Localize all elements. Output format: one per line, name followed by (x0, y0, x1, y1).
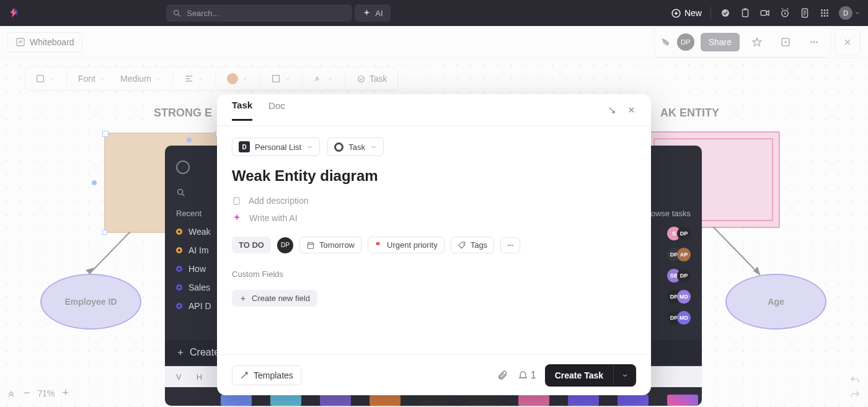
svg-point-15 (821, 15, 823, 17)
bell-icon (518, 370, 528, 380)
avatar-pair[interactable]: SBDP (671, 269, 691, 282)
create-task-modal: Task Doc D Personal List Task Weak Entit… (217, 94, 651, 395)
assignee-pill[interactable]: DP (277, 237, 293, 253)
recent-item[interactable]: API D (176, 301, 211, 311)
attachment-icon[interactable] (497, 370, 508, 380)
svg-point-13 (823, 12, 825, 14)
create-field-label: Create new field (252, 294, 310, 303)
priority-label: Urgent priority (387, 240, 438, 250)
svg-point-14 (826, 12, 828, 14)
priority-pill[interactable]: Urgent priority (368, 237, 445, 253)
footer-v[interactable]: V (176, 372, 182, 382)
minimize-icon[interactable] (607, 105, 617, 115)
ai-button[interactable]: AI (355, 4, 390, 22)
check-circle-icon[interactable] (720, 7, 731, 19)
wand-icon (240, 371, 249, 380)
chevron-down-icon (621, 372, 629, 379)
clipboard-icon[interactable] (740, 7, 751, 19)
flag-icon (374, 241, 383, 249)
svg-rect-4 (742, 9, 748, 17)
create-task-button[interactable]: Create Task (545, 364, 636, 387)
svg-point-16 (823, 15, 825, 17)
create-label: Create (190, 347, 219, 358)
divider (711, 7, 711, 19)
chevron-down-icon (854, 10, 861, 16)
tab-doc[interactable]: Doc (268, 100, 285, 120)
close-icon[interactable] (627, 105, 636, 115)
notif-count: 1 (531, 370, 536, 381)
add-description[interactable]: Add description (232, 196, 636, 206)
plus-circle-icon (671, 8, 681, 19)
video-icon[interactable] (760, 7, 771, 19)
templates-button[interactable]: Templates (232, 365, 301, 385)
date-pill[interactable]: Tomorrow (299, 237, 361, 253)
modal-tabs: Task Doc (217, 94, 651, 126)
thumbnail-row (165, 395, 702, 406)
type-chip[interactable]: Task (327, 138, 384, 156)
list-chip[interactable]: D Personal List (232, 138, 320, 156)
recent-item[interactable]: How (176, 264, 211, 274)
footer-h[interactable]: H (197, 372, 202, 382)
write-with-ai[interactable]: Write with AI (232, 213, 636, 223)
recent-label: Recent (176, 209, 202, 218)
svg-point-32 (178, 190, 183, 195)
svg-line-1 (179, 14, 180, 16)
apps-icon[interactable] (819, 7, 830, 19)
svg-rect-6 (761, 11, 766, 15)
task-properties: TO DO DP Tomorrow Urgent priority Tags (232, 237, 636, 253)
tag-icon (458, 241, 466, 250)
notifications-button[interactable]: 1 (518, 370, 536, 381)
status-pill[interactable]: TO DO (232, 237, 271, 253)
more-properties[interactable] (500, 237, 520, 253)
new-button[interactable]: New (671, 8, 702, 19)
tab-task[interactable]: Task (232, 100, 252, 121)
svg-rect-5 (744, 9, 747, 11)
date-label: Tomorrow (319, 240, 355, 250)
svg-point-17 (826, 15, 828, 17)
assignee-avatars: SDPDPAPSBDPDPMDDPMD (671, 227, 691, 325)
recent-item[interactable]: Weak (176, 227, 211, 237)
dots-icon (506, 241, 515, 250)
svg-line-33 (182, 194, 184, 196)
plus-icon (239, 295, 247, 302)
doc-icon[interactable] (799, 7, 810, 19)
svg-point-9 (821, 9, 823, 11)
svg-point-3 (722, 9, 729, 17)
create-task-label: Create Task (545, 364, 613, 387)
tags-pill[interactable]: Tags (451, 237, 494, 253)
topbar-right: New D (671, 6, 861, 20)
svg-point-10 (823, 9, 825, 11)
profile-menu[interactable]: D (839, 6, 861, 20)
svg-point-0 (174, 10, 179, 15)
type-chip-label: Task (348, 142, 365, 152)
search-icon (172, 9, 182, 18)
status-circle-icon[interactable] (176, 160, 190, 174)
top-center: Search... AI (166, 4, 390, 22)
app-topbar: Search... AI New D (0, 0, 868, 26)
status-ring-icon (334, 142, 343, 152)
ai-label: AI (375, 9, 383, 18)
avatar-pair[interactable]: SDP (671, 227, 691, 240)
create-task-dropdown[interactable] (613, 365, 636, 385)
calendar-icon (306, 241, 315, 250)
task-title-input[interactable]: Weak Entity diagram (232, 167, 636, 185)
avatar-pair[interactable]: DPMD (671, 290, 691, 304)
create-field-button[interactable]: Create new field (232, 290, 317, 307)
recent-item[interactable]: Sales (176, 282, 211, 292)
modal-body: D Personal List Task Weak Entity diagram… (217, 126, 651, 354)
avatar-pair[interactable]: DPAP (671, 248, 691, 261)
avatar: D (839, 6, 852, 20)
avatar-pair[interactable]: DPMD (671, 311, 691, 325)
search-icon[interactable] (176, 188, 186, 198)
templates-label: Templates (254, 370, 293, 380)
plus-icon (176, 348, 185, 357)
recent-item[interactable]: AI Im (176, 245, 211, 255)
svg-point-38 (510, 244, 511, 245)
alarm-icon[interactable] (779, 7, 790, 19)
list-avatar: D (239, 141, 250, 152)
sparkle-icon (232, 213, 242, 223)
global-search[interactable]: Search... (166, 4, 352, 22)
desc-label: Add description (249, 196, 309, 206)
app-logo[interactable] (7, 6, 21, 20)
tags-label: Tags (471, 240, 487, 250)
